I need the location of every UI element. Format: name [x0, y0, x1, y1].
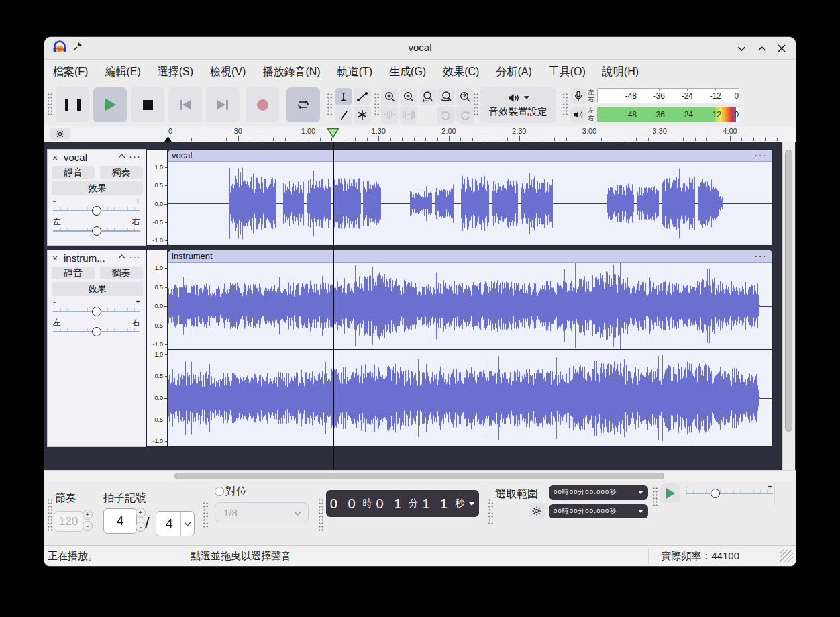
maximize-icon[interactable] [754, 41, 769, 56]
pan-slider-thumb[interactable] [92, 327, 101, 336]
time-minutes[interactable]: 0 1 [376, 496, 405, 512]
vertical-scrollbar-thumb[interactable] [785, 150, 792, 432]
selection-end-value[interactable]: 00時00分00.000秒 [554, 507, 617, 516]
timeline-options-button[interactable] [50, 128, 70, 140]
skip-to-end-button[interactable] [206, 87, 240, 122]
audio-setup-button[interactable]: 音效裝置設定 [480, 87, 556, 123]
selection-format-dropdown-icon[interactable] [638, 510, 643, 513]
effects-button[interactable]: 效果 [52, 181, 143, 195]
audio-clip-instrument[interactable]: instrument ··· [168, 250, 773, 447]
selection-tool-button[interactable] [335, 88, 352, 105]
track-name[interactable]: vocal [64, 152, 87, 163]
vertical-ruler-instrument[interactable]: 1.00.50.0-0.5-1.0 1.00.50.0-0.5-1.0 [146, 250, 168, 447]
horizontal-scrollbar-thumb[interactable] [174, 473, 664, 479]
audio-clip-vocal[interactable]: vocal ··· [168, 149, 773, 246]
zoom-in-button[interactable] [381, 88, 399, 105]
clip-menu-icon[interactable]: ··· [755, 250, 768, 261]
menu-item-view[interactable]: 檢視(V) [210, 65, 246, 79]
stop-button[interactable] [131, 87, 164, 122]
fit-selection-button[interactable] [419, 88, 436, 105]
audio-setup-grip[interactable] [473, 93, 479, 117]
horizontal-scrollbar[interactable] [44, 470, 796, 482]
tempo-spin-down[interactable]: - [83, 521, 93, 531]
track-close-icon[interactable]: × [52, 152, 58, 163]
tempo-input[interactable]: 120 [54, 511, 83, 532]
waveform-instrument-left[interactable] [168, 263, 772, 349]
timeline-ruler[interactable]: 0301:001:302:002:303:003:304:00 [168, 126, 782, 141]
chevron-down-icon[interactable] [184, 522, 191, 526]
fit-project-button[interactable] [437, 88, 455, 105]
loop-button[interactable] [286, 87, 320, 122]
waveform-instrument-right[interactable] [168, 350, 772, 446]
snapping-toolbar-grip[interactable] [203, 502, 209, 528]
snap-mode-select[interactable]: 1/8 [215, 502, 309, 522]
selection-start-value[interactable]: 00時00分00.000秒 [554, 488, 617, 497]
selection-toolbar-grip[interactable] [488, 498, 494, 525]
play-at-speed-button[interactable] [660, 483, 680, 503]
timesig-spin-up[interactable]: + [136, 508, 146, 518]
collapse-icon[interactable] [118, 154, 125, 158]
playback-meter-button[interactable] [570, 107, 586, 123]
selection-start-field[interactable]: 00時00分00.000秒 [549, 485, 648, 500]
snap-label[interactable]: 對位 [225, 485, 247, 499]
minimize-icon[interactable] [734, 41, 749, 56]
clip-header[interactable]: vocal ··· [168, 150, 772, 162]
track-panel-vocal[interactable]: × vocal ··· 靜音 獨奏 效果 - + 左 右 [47, 149, 146, 246]
play-at-speed-grip[interactable] [652, 487, 658, 506]
track-menu-icon[interactable]: ··· [129, 251, 141, 263]
edit-toolbar-grip[interactable] [374, 93, 380, 117]
play-button[interactable] [93, 87, 127, 122]
time-hours[interactable]: 0 0 [330, 496, 359, 512]
track-name[interactable]: instrum... [64, 252, 105, 264]
multi-tool-button[interactable] [354, 106, 371, 124]
selection-format-dropdown-icon[interactable] [638, 491, 643, 494]
pan-slider-thumb[interactable] [92, 226, 101, 236]
redo-button[interactable] [456, 106, 474, 124]
playhead-triangle-icon[interactable] [327, 128, 339, 138]
tempo-spin-up[interactable]: + [83, 510, 93, 520]
gain-slider-thumb[interactable] [92, 307, 101, 316]
trim-audio-button[interactable] [381, 106, 399, 124]
clip-header[interactable]: instrument ··· [168, 250, 772, 263]
title-bar[interactable]: vocal [44, 37, 796, 60]
menu-item-generate[interactable]: 生成(G) [389, 65, 426, 79]
clip-menu-icon[interactable]: ··· [755, 150, 768, 160]
menu-item-file[interactable]: 檔案(F) [53, 65, 88, 79]
vertical-scrollbar[interactable] [782, 142, 795, 470]
record-button[interactable] [246, 87, 279, 122]
time-seconds[interactable]: 1 1 [422, 496, 451, 512]
solo-button[interactable]: 獨奏 [100, 166, 143, 179]
timesig-lower-select[interactable]: 4 [156, 511, 195, 536]
track-menu-icon[interactable]: ··· [129, 150, 141, 162]
draw-tool-button[interactable] [335, 106, 352, 124]
pause-button[interactable] [56, 87, 89, 122]
time-format-dropdown-icon[interactable] [468, 502, 475, 506]
menu-item-analyze[interactable]: 分析(A) [496, 65, 531, 79]
mute-button[interactable]: 靜音 [52, 166, 95, 179]
envelope-tool-button[interactable] [354, 88, 371, 105]
speed-slider-thumb[interactable] [711, 489, 720, 498]
zoom-out-button[interactable] [400, 88, 417, 105]
time-display[interactable]: 0 0 時 0 1 分 1 1 秒 [326, 490, 479, 517]
menu-item-select[interactable]: 選擇(S) [158, 65, 193, 79]
menu-item-effect[interactable]: 效果(C) [443, 65, 479, 79]
window-resize-grip[interactable] [780, 550, 793, 562]
tools-toolbar-grip[interactable] [327, 93, 333, 117]
mute-button[interactable]: 靜音 [52, 267, 95, 279]
vertical-ruler-vocal[interactable]: 1.00.50.0-0.5-1.0 [146, 149, 168, 246]
timesig-spin-down[interactable]: - [136, 522, 146, 532]
undo-button[interactable] [437, 106, 455, 124]
menu-item-tools[interactable]: 工具(O) [549, 65, 586, 79]
zoom-toggle-button[interactable] [456, 88, 474, 105]
meter-toolbar-grip[interactable] [562, 93, 568, 117]
effects-button[interactable]: 效果 [52, 282, 143, 296]
record-meter[interactable]: -48-36-24-120 [597, 88, 739, 103]
menu-item-transport[interactable]: 播放錄音(N) [262, 65, 320, 79]
time-toolbar-grip[interactable] [318, 498, 324, 532]
close-icon[interactable] [774, 41, 789, 56]
gain-slider-thumb[interactable] [92, 206, 101, 216]
solo-button[interactable]: 獨奏 [100, 267, 143, 279]
snap-checkbox[interactable] [215, 487, 224, 496]
selection-end-field[interactable]: 00時00分00.000秒 [549, 504, 648, 518]
record-meter-button[interactable] [570, 88, 586, 104]
